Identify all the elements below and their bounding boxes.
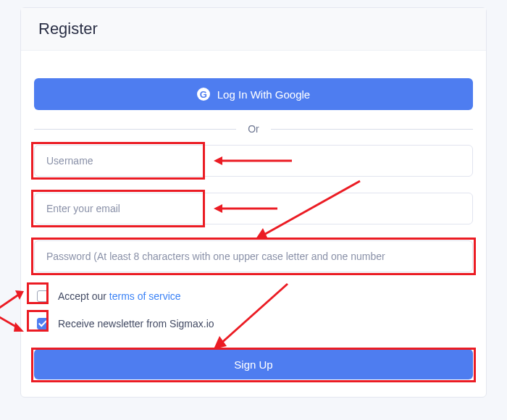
newsletter-label: Receive newsletter from Sigmax.io	[58, 318, 214, 329]
annotation-arrow-checkboxes	[0, 288, 34, 339]
divider-line-right	[271, 129, 473, 130]
username-input[interactable]	[34, 145, 473, 177]
register-card: Register G Log In With Google Or	[20, 7, 487, 398]
signup-label: Sign Up	[234, 358, 272, 371]
terms-checkbox[interactable]	[37, 290, 49, 302]
svg-marker-9	[14, 322, 24, 332]
google-icon: G	[197, 88, 210, 101]
google-login-button[interactable]: G Log In With Google	[34, 78, 473, 110]
svg-line-6	[0, 294, 20, 313]
terms-link[interactable]: terms of service	[109, 290, 181, 302]
svg-line-8	[0, 313, 20, 329]
card-body: G Log In With Google Or	[21, 51, 486, 397]
or-divider: Or	[34, 123, 473, 135]
page-title: Register	[38, 20, 469, 38]
terms-label: Accept our terms of service	[58, 290, 181, 302]
svg-marker-11	[214, 336, 227, 349]
svg-marker-5	[256, 228, 267, 239]
newsletter-checkbox[interactable]	[37, 318, 49, 329]
signup-button[interactable]: Sign Up	[34, 349, 473, 379]
terms-prefix: Accept our	[58, 290, 109, 302]
divider-line-left	[34, 129, 236, 130]
google-login-label: Log In With Google	[217, 88, 310, 101]
password-input[interactable]	[34, 240, 473, 272]
card-header: Register	[21, 8, 486, 51]
email-input[interactable]	[34, 193, 473, 224]
divider-text: Or	[248, 123, 259, 135]
svg-marker-7	[15, 290, 24, 300]
